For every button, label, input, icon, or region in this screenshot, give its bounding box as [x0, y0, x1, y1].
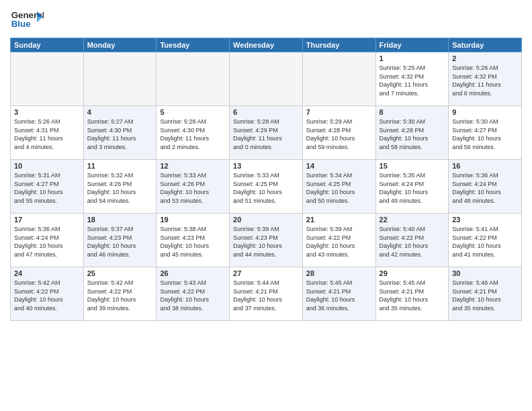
- day-number: 11: [87, 162, 153, 170]
- day-number: 22: [380, 216, 445, 224]
- header: General Blue: [10, 7, 522, 32]
- day-info: Sunrise: 5:33 AM Sunset: 4:26 PM Dayligh…: [160, 171, 226, 205]
- day-info: Sunrise: 5:33 AM Sunset: 4:25 PM Dayligh…: [233, 171, 299, 205]
- calendar-header-tuesday: Tuesday: [157, 38, 230, 52]
- day-number: 14: [306, 162, 372, 170]
- calendar-cell: 22Sunrise: 5:40 AM Sunset: 4:22 PM Dayli…: [375, 214, 449, 267]
- calendar-header-saturday: Saturday: [449, 38, 522, 52]
- day-info: Sunrise: 5:45 AM Sunset: 4:21 PM Dayligh…: [380, 279, 445, 312]
- calendar-cell: 3Sunrise: 5:26 AM Sunset: 4:31 PM Daylig…: [11, 106, 84, 160]
- day-info: Sunrise: 5:28 AM Sunset: 4:29 PM Dayligh…: [233, 118, 299, 151]
- calendar-cell: 23Sunrise: 5:41 AM Sunset: 4:22 PM Dayli…: [449, 214, 522, 267]
- calendar-cell: 25Sunrise: 5:42 AM Sunset: 4:22 PM Dayli…: [83, 267, 157, 321]
- calendar-cell: [302, 52, 375, 106]
- calendar-cell: 29Sunrise: 5:45 AM Sunset: 4:21 PM Dayli…: [375, 267, 449, 321]
- day-info: Sunrise: 5:30 AM Sunset: 4:27 PM Dayligh…: [452, 118, 518, 151]
- day-info: Sunrise: 5:41 AM Sunset: 4:22 PM Dayligh…: [452, 225, 518, 259]
- calendar-cell: 27Sunrise: 5:44 AM Sunset: 4:21 PM Dayli…: [230, 267, 303, 321]
- logo-icon: General Blue: [10, 7, 44, 32]
- calendar-cell: 2Sunrise: 5:26 AM Sunset: 4:32 PM Daylig…: [449, 52, 522, 106]
- day-number: 12: [160, 162, 226, 170]
- calendar-cell: 13Sunrise: 5:33 AM Sunset: 4:25 PM Dayli…: [230, 160, 303, 214]
- day-info: Sunrise: 5:34 AM Sunset: 4:25 PM Dayligh…: [306, 171, 372, 205]
- day-info: Sunrise: 5:29 AM Sunset: 4:28 PM Dayligh…: [306, 118, 372, 151]
- day-number: 1: [380, 54, 445, 62]
- day-number: 27: [233, 269, 299, 277]
- day-number: 9: [452, 108, 518, 116]
- day-info: Sunrise: 5:40 AM Sunset: 4:22 PM Dayligh…: [380, 225, 445, 259]
- calendar-cell: 30Sunrise: 5:46 AM Sunset: 4:21 PM Dayli…: [449, 267, 522, 321]
- day-info: Sunrise: 5:32 AM Sunset: 4:26 PM Dayligh…: [87, 171, 153, 205]
- calendar-header-sunday: Sunday: [11, 38, 84, 52]
- calendar-cell: 20Sunrise: 5:39 AM Sunset: 4:23 PM Dayli…: [230, 214, 303, 267]
- page: General Blue SundayMondayTuesdayWednesda…: [0, 0, 532, 411]
- calendar-cell: 14Sunrise: 5:34 AM Sunset: 4:25 PM Dayli…: [302, 160, 375, 214]
- day-info: Sunrise: 5:43 AM Sunset: 4:22 PM Dayligh…: [160, 279, 226, 312]
- calendar-week-row: 10Sunrise: 5:31 AM Sunset: 4:27 PM Dayli…: [11, 160, 522, 214]
- day-info: Sunrise: 5:36 AM Sunset: 4:24 PM Dayligh…: [14, 225, 80, 259]
- day-number: 4: [87, 108, 153, 116]
- day-info: Sunrise: 5:27 AM Sunset: 4:30 PM Dayligh…: [87, 118, 153, 151]
- calendar-cell: 21Sunrise: 5:39 AM Sunset: 4:22 PM Dayli…: [302, 214, 375, 267]
- day-info: Sunrise: 5:35 AM Sunset: 4:24 PM Dayligh…: [380, 171, 445, 205]
- day-info: Sunrise: 5:31 AM Sunset: 4:27 PM Dayligh…: [14, 171, 80, 205]
- calendar-table: SundayMondayTuesdayWednesdayThursdayFrid…: [10, 38, 522, 321]
- day-info: Sunrise: 5:37 AM Sunset: 4:23 PM Dayligh…: [87, 225, 153, 259]
- calendar-cell: 4Sunrise: 5:27 AM Sunset: 4:30 PM Daylig…: [83, 106, 157, 160]
- day-info: Sunrise: 5:42 AM Sunset: 4:22 PM Dayligh…: [14, 279, 80, 312]
- calendar-week-row: 24Sunrise: 5:42 AM Sunset: 4:22 PM Dayli…: [11, 267, 522, 321]
- calendar-header-monday: Monday: [83, 38, 157, 52]
- day-number: 15: [380, 162, 445, 170]
- calendar-cell: 7Sunrise: 5:29 AM Sunset: 4:28 PM Daylig…: [302, 106, 375, 160]
- day-info: Sunrise: 5:36 AM Sunset: 4:24 PM Dayligh…: [452, 171, 518, 205]
- day-number: 5: [160, 108, 226, 116]
- day-info: Sunrise: 5:39 AM Sunset: 4:22 PM Dayligh…: [306, 225, 372, 259]
- calendar-cell: 10Sunrise: 5:31 AM Sunset: 4:27 PM Dayli…: [11, 160, 84, 214]
- calendar-week-row: 17Sunrise: 5:36 AM Sunset: 4:24 PM Dayli…: [11, 214, 522, 267]
- calendar-cell: [83, 52, 157, 106]
- day-number: 8: [380, 108, 445, 116]
- day-number: 21: [306, 216, 372, 224]
- logo: General Blue: [10, 7, 44, 32]
- calendar-cell: [157, 52, 230, 106]
- day-number: 17: [14, 216, 80, 224]
- day-number: 26: [160, 269, 226, 277]
- day-number: 13: [233, 162, 299, 170]
- calendar-cell: 1Sunrise: 5:25 AM Sunset: 4:32 PM Daylig…: [375, 52, 449, 106]
- day-info: Sunrise: 5:39 AM Sunset: 4:23 PM Dayligh…: [233, 225, 299, 259]
- day-number: 30: [452, 269, 518, 277]
- day-number: 24: [14, 269, 80, 277]
- calendar-cell: 18Sunrise: 5:37 AM Sunset: 4:23 PM Dayli…: [83, 214, 157, 267]
- calendar-cell: 12Sunrise: 5:33 AM Sunset: 4:26 PM Dayli…: [157, 160, 230, 214]
- day-info: Sunrise: 5:46 AM Sunset: 4:21 PM Dayligh…: [452, 279, 518, 312]
- day-info: Sunrise: 5:30 AM Sunset: 4:28 PM Dayligh…: [380, 118, 445, 151]
- calendar-cell: 19Sunrise: 5:38 AM Sunset: 4:23 PM Dayli…: [157, 214, 230, 267]
- calendar-header-row: SundayMondayTuesdayWednesdayThursdayFrid…: [11, 38, 522, 52]
- calendar-week-row: 3Sunrise: 5:26 AM Sunset: 4:31 PM Daylig…: [11, 106, 522, 160]
- calendar-header-thursday: Thursday: [302, 38, 375, 52]
- calendar-week-row: 1Sunrise: 5:25 AM Sunset: 4:32 PM Daylig…: [11, 52, 522, 106]
- calendar-cell: 6Sunrise: 5:28 AM Sunset: 4:29 PM Daylig…: [230, 106, 303, 160]
- day-number: 28: [306, 269, 372, 277]
- day-info: Sunrise: 5:44 AM Sunset: 4:21 PM Dayligh…: [233, 279, 299, 312]
- day-info: Sunrise: 5:28 AM Sunset: 4:30 PM Dayligh…: [160, 118, 226, 151]
- day-info: Sunrise: 5:26 AM Sunset: 4:32 PM Dayligh…: [452, 64, 518, 97]
- day-number: 2: [452, 54, 518, 62]
- calendar-cell: 15Sunrise: 5:35 AM Sunset: 4:24 PM Dayli…: [375, 160, 449, 214]
- calendar-cell: 11Sunrise: 5:32 AM Sunset: 4:26 PM Dayli…: [83, 160, 157, 214]
- day-number: 7: [306, 108, 372, 116]
- day-number: 18: [87, 216, 153, 224]
- day-number: 16: [452, 162, 518, 170]
- day-number: 29: [380, 269, 445, 277]
- calendar-cell: 8Sunrise: 5:30 AM Sunset: 4:28 PM Daylig…: [375, 106, 449, 160]
- calendar-cell: 26Sunrise: 5:43 AM Sunset: 4:22 PM Dayli…: [157, 267, 230, 321]
- calendar-cell: 9Sunrise: 5:30 AM Sunset: 4:27 PM Daylig…: [449, 106, 522, 160]
- day-number: 10: [14, 162, 80, 170]
- day-info: Sunrise: 5:42 AM Sunset: 4:22 PM Dayligh…: [87, 279, 153, 312]
- calendar-cell: 24Sunrise: 5:42 AM Sunset: 4:22 PM Dayli…: [11, 267, 84, 321]
- day-number: 23: [452, 216, 518, 224]
- day-number: 6: [233, 108, 299, 116]
- calendar-cell: 5Sunrise: 5:28 AM Sunset: 4:30 PM Daylig…: [157, 106, 230, 160]
- calendar-cell: [230, 52, 303, 106]
- day-number: 20: [233, 216, 299, 224]
